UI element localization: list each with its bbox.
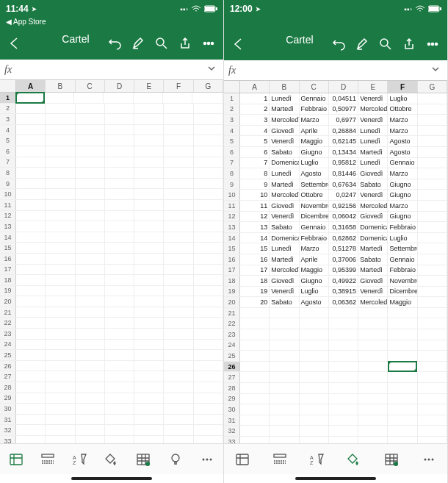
- column-header-E[interactable]: E: [358, 81, 388, 93]
- cell-A12[interactable]: 12: [240, 212, 270, 222]
- column-header-A[interactable]: A: [240, 81, 270, 93]
- cell-F33[interactable]: [388, 437, 417, 443]
- cell-E22[interactable]: [358, 318, 388, 329]
- cell-F14[interactable]: Luglio: [388, 233, 417, 243]
- cell-G6[interactable]: [418, 147, 447, 157]
- cell-G25[interactable]: [194, 350, 223, 360]
- cell-A2[interactable]: 2: [240, 104, 270, 115]
- cell-C24[interactable]: [76, 340, 105, 350]
- cell-E30[interactable]: [358, 404, 388, 415]
- cell-F11[interactable]: Marzo: [388, 201, 417, 211]
- search-button[interactable]: [150, 32, 173, 55]
- cell-C15[interactable]: [76, 243, 105, 253]
- cell-F10[interactable]: Giugno: [388, 190, 417, 200]
- cell-A29[interactable]: [240, 394, 270, 404]
- cell-B30[interactable]: [46, 404, 75, 414]
- cell-G8[interactable]: [418, 168, 447, 179]
- cell-A18[interactable]: [16, 275, 46, 285]
- cell-E1[interactable]: [134, 93, 163, 103]
- cell-G7[interactable]: [194, 157, 223, 168]
- cell-A27[interactable]: [16, 371, 46, 382]
- row-header[interactable]: 26: [224, 362, 240, 372]
- cell-C20[interactable]: [76, 296, 105, 307]
- cell-C32[interactable]: [76, 425, 105, 435]
- cell-G27[interactable]: [418, 372, 447, 382]
- cell-A21[interactable]: [16, 307, 46, 318]
- cell-D4[interactable]: [105, 125, 134, 135]
- row-header[interactable]: 2: [224, 104, 240, 115]
- cell-A4[interactable]: 4: [240, 126, 270, 136]
- cell-C12[interactable]: [76, 211, 105, 221]
- row-header[interactable]: 30: [0, 404, 16, 414]
- cell-A18[interactable]: 18: [240, 276, 270, 286]
- cell-E15[interactable]: Martedì: [358, 243, 388, 254]
- cell-G30[interactable]: [194, 404, 223, 414]
- cell-B22[interactable]: [46, 318, 75, 328]
- cell-D1[interactable]: [104, 93, 133, 103]
- cell-F15[interactable]: [164, 243, 193, 253]
- cell-F9[interactable]: Giugno: [388, 179, 417, 190]
- cell-E13[interactable]: [134, 221, 164, 232]
- cell-A25[interactable]: [16, 350, 46, 360]
- cell-C14[interactable]: Febbraio: [300, 233, 329, 243]
- cell-C27[interactable]: [300, 372, 329, 382]
- cell-B14[interactable]: Domenica: [270, 233, 299, 243]
- cell-G20[interactable]: [194, 296, 223, 307]
- cell-E12[interactable]: Giovedì: [358, 212, 388, 222]
- cell-F4[interactable]: Marzo: [388, 126, 417, 136]
- cell-F31[interactable]: [164, 415, 193, 425]
- cell-G9[interactable]: [418, 179, 447, 190]
- cell-D3[interactable]: 0,6977: [329, 115, 358, 125]
- cell-F7[interactable]: Gennaio: [388, 158, 417, 168]
- cell-B10[interactable]: [46, 189, 75, 199]
- row-header[interactable]: 21: [224, 308, 240, 318]
- row-header[interactable]: 29: [0, 393, 16, 404]
- cell-D16[interactable]: [105, 254, 134, 264]
- cell-E7[interactable]: [134, 157, 164, 168]
- row-header[interactable]: 29: [224, 394, 240, 404]
- cell-G28[interactable]: [418, 383, 447, 393]
- cell-D28[interactable]: [329, 383, 358, 393]
- cell-E29[interactable]: [134, 393, 164, 404]
- column-header-D[interactable]: D: [105, 80, 134, 92]
- row-header[interactable]: 6: [224, 147, 240, 157]
- cell-C10[interactable]: [76, 189, 105, 199]
- cell-F10[interactable]: [164, 189, 193, 199]
- cell-B33[interactable]: [46, 436, 75, 443]
- cell-E32[interactable]: [358, 426, 388, 436]
- cell-F3[interactable]: Marzo: [388, 115, 417, 125]
- search-button[interactable]: [374, 32, 397, 56]
- cell-G16[interactable]: [194, 254, 223, 264]
- cell-A14[interactable]: [16, 232, 46, 243]
- row-header[interactable]: 3: [0, 114, 16, 124]
- cell-C4[interactable]: [76, 125, 105, 135]
- cell-G22[interactable]: [194, 318, 223, 328]
- cell-D24[interactable]: [329, 340, 358, 351]
- cell-A19[interactable]: 19: [240, 287, 270, 297]
- cell-A31[interactable]: [240, 415, 270, 426]
- cell-B20[interactable]: [46, 296, 75, 307]
- cell-A27[interactable]: [240, 372, 270, 382]
- cell-E3[interactable]: [134, 114, 164, 124]
- cell-C21[interactable]: [76, 307, 105, 318]
- cell-F23[interactable]: [164, 329, 193, 339]
- home-indicator[interactable]: [224, 474, 447, 483]
- cell-G18[interactable]: [194, 275, 223, 285]
- cell-B11[interactable]: [46, 200, 75, 210]
- cell-F29[interactable]: [388, 394, 417, 404]
- cell-E21[interactable]: [358, 308, 388, 318]
- cell-B24[interactable]: [46, 340, 75, 350]
- cell-D31[interactable]: [329, 415, 358, 426]
- cell-G2[interactable]: [418, 104, 447, 115]
- cell-E6[interactable]: [134, 146, 164, 157]
- cell-E10[interactable]: [134, 189, 164, 199]
- cell-D20[interactable]: [105, 296, 134, 307]
- cell-A7[interactable]: 7: [240, 158, 270, 168]
- row-header[interactable]: 21: [0, 307, 16, 318]
- cell-G10[interactable]: [194, 189, 223, 199]
- row-header[interactable]: 20: [0, 296, 16, 307]
- row-header[interactable]: 22: [224, 318, 240, 329]
- cell-G4[interactable]: [418, 126, 447, 136]
- row-header[interactable]: 31: [0, 415, 16, 425]
- cell-D13[interactable]: 0,31658: [329, 222, 358, 232]
